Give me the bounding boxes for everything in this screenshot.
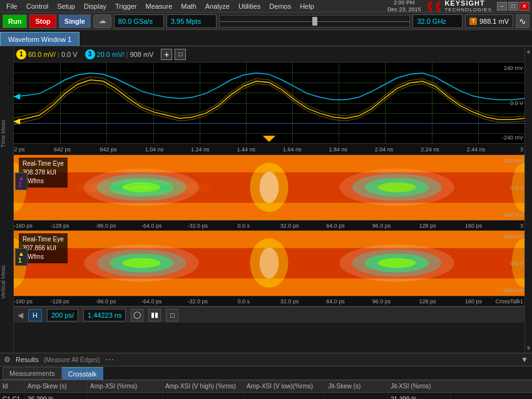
- voltage-display[interactable]: T 988.1 mV: [465, 14, 513, 28]
- settings-icon[interactable]: ⚙: [4, 355, 11, 364]
- eye2-t-5: 0.0 s: [237, 298, 250, 305]
- eye1-v-top: 240 mV: [492, 158, 523, 164]
- bottom-toolbar: ◀ H 200 ps/ 1.44223 ns ◯ ▮▮ □: [14, 306, 524, 323]
- results-bar: ⚙ Results (Measure All Edges) ⋯ ▼: [0, 353, 532, 366]
- measurements-section: Measurements Crosstalk Id Amp-Skew (s) A…: [0, 366, 532, 399]
- scroll-down-arrow[interactable]: ▼: [524, 343, 532, 353]
- cloud-button[interactable]: ☁: [93, 14, 111, 28]
- tab-crosstalk[interactable]: Crosstalk: [62, 367, 103, 380]
- cell-jit-xsi-0: 21.399 %: [388, 393, 451, 399]
- eye1-t-3: -64.0 ps: [141, 223, 162, 229]
- minimize-button[interactable]: −: [497, 2, 507, 11]
- ch1-badge: 1 60.0 mV/ | 0.0 V: [16, 49, 78, 59]
- time-label-5: 1.44 ns: [237, 146, 256, 153]
- time-label-6: 1.64 ns: [283, 146, 302, 153]
- menu-trigger[interactable]: Trigger: [111, 2, 140, 11]
- eye2-title: Real-Time Eye: [23, 235, 64, 244]
- eye2-kui: 307.866 kUI: [23, 244, 64, 253]
- ch1-offset[interactable]: 0.0 V: [61, 51, 78, 58]
- bandwidth-display[interactable]: 32.0 GHz: [412, 14, 463, 28]
- sample-rate-display[interactable]: 80.0 GSa/s: [114, 14, 164, 28]
- menu-setup[interactable]: Setup: [53, 2, 79, 11]
- svg-point-34: [260, 248, 279, 279]
- cell-amp-xsi-rms-0: [88, 393, 163, 399]
- eye1-t-8: 96.0 ps: [372, 223, 391, 229]
- ch3-offset[interactable]: 908 mV: [130, 51, 153, 58]
- eye2-t-9: 128 ps: [419, 298, 436, 305]
- time-label-3: 1.04 ns: [145, 146, 164, 153]
- display-area: 1 60.0 mV/ | 0.0 V 3 20.0 mV/ | 908 mV +…: [14, 46, 524, 353]
- bt-copy-icon[interactable]: □: [166, 309, 178, 321]
- menu-measure[interactable]: Measure: [141, 2, 176, 11]
- cell-id-0: C1 C1: [0, 393, 25, 399]
- scroll-up-arrow[interactable]: ▲: [524, 46, 532, 56]
- scope-icon-button[interactable]: ∿: [516, 14, 529, 28]
- eye2-t-8: 96.0 ps: [372, 298, 391, 305]
- close-button[interactable]: ✕: [519, 2, 529, 11]
- eye1-t-1: -128 ps: [50, 223, 69, 229]
- bt-timebase[interactable]: 200 ps/: [47, 309, 78, 321]
- eye1-channel-badge: ▲3: [15, 173, 28, 190]
- bt-time-value[interactable]: 1.44223 ns: [83, 309, 126, 321]
- col-header-amp-xsi-rms: Amp-XSI (%rms): [88, 380, 163, 392]
- time-label-num: 3: [520, 146, 523, 153]
- record-length-display[interactable]: 3.95 Mpts: [166, 14, 217, 28]
- menu-help[interactable]: Help: [296, 2, 318, 11]
- datetime: 2:00 PM Dec 23, 2015: [387, 0, 421, 13]
- dots-button[interactable]: ⋯: [105, 355, 114, 365]
- maximize-button[interactable]: □: [508, 2, 518, 11]
- menu-demos[interactable]: Demos: [265, 2, 295, 11]
- time-axis: 442 ps 642 ps 842 ps 1.04 ns 1.24 ns 1.4…: [14, 144, 524, 155]
- ch3-scale[interactable]: 20.0 mV/: [97, 51, 125, 58]
- svg-rect-20: [14, 155, 524, 220]
- menu-file[interactable]: File: [3, 2, 21, 11]
- cell-amp-xsi-vh-0: [163, 393, 244, 399]
- menu-items: File Control Setup Display Trigger Measu…: [3, 2, 318, 11]
- eye2-wfms: 1 Wfms: [23, 253, 64, 261]
- time-label-7: 1.84 ns: [329, 146, 347, 153]
- menu-control[interactable]: Control: [23, 2, 52, 11]
- svg-marker-3: [14, 94, 20, 100]
- single-button[interactable]: Single: [59, 14, 91, 28]
- keysight-logo: ❰❰ KEYSIGHT TECHNOLOGIES: [426, 0, 492, 13]
- bt-left-arrow[interactable]: ◀: [18, 311, 23, 320]
- menu-analyze[interactable]: Analyze: [202, 2, 233, 11]
- results-sub-label: (Measure All Edges): [44, 356, 100, 363]
- results-scroll-right[interactable]: ▼: [521, 355, 528, 364]
- menu-display[interactable]: Display: [80, 2, 110, 11]
- eye1-t-num: 3: [520, 223, 523, 229]
- bt-circle-icon[interactable]: ◯: [131, 309, 143, 321]
- run-button[interactable]: Run: [3, 14, 27, 28]
- menu-utilities[interactable]: Utilities: [235, 2, 264, 11]
- eye1-v-mid: 0.0 V: [492, 184, 523, 191]
- tab-measurements[interactable]: Measurements: [3, 367, 62, 380]
- eye2-t-3: -64.0 ps: [141, 298, 162, 305]
- eye-diagram-1: Real-Time Eye 308.378 kUI 1 Wfms ▲3 240 …: [14, 155, 524, 221]
- brand-sub: TECHNOLOGIES: [444, 7, 492, 13]
- menu-bar: File Control Setup Display Trigger Measu…: [0, 0, 532, 13]
- copy-button[interactable]: □: [175, 49, 186, 60]
- menu-math[interactable]: Math: [177, 2, 200, 11]
- eye2-t-2: -96.0 ps: [96, 298, 116, 305]
- stop-button[interactable]: Stop: [29, 14, 56, 28]
- ch1-scale[interactable]: 60.0 mV/: [28, 51, 56, 58]
- time-slider[interactable]: [219, 15, 411, 28]
- eye-diagram-2: Real-Time Eye 307.866 kUI 1 Wfms ▲1 240 …: [14, 231, 524, 296]
- right-scrollbar[interactable]: ▲ ▼: [524, 46, 532, 353]
- eye2-v-top: 240 mV: [492, 233, 523, 240]
- eye2-t-6: 32.0 ps: [280, 298, 299, 305]
- bt-pause-icon[interactable]: ▮▮: [148, 309, 161, 321]
- bt-mode[interactable]: H: [28, 309, 42, 321]
- ch3-number[interactable]: 3: [85, 49, 95, 59]
- add-math-button[interactable]: +: [161, 49, 172, 60]
- col-header-jit-xsi: Jit-XSI (%rms): [388, 380, 451, 392]
- ch1-number[interactable]: 1: [16, 49, 26, 59]
- eye1-svg: [14, 155, 524, 220]
- table-header-row: Id Amp-Skew (s) Amp-XSI (%rms) Amp-XSI (…: [0, 380, 532, 393]
- voltage-value: 988.1 mV: [479, 18, 509, 25]
- svg-point-28: [122, 258, 160, 268]
- waveform-window-tab[interactable]: Waveform Window 1: [0, 32, 79, 46]
- col-header-jit-skew: Jit-Skew (s): [325, 380, 388, 392]
- window-controls: − □ ✕: [497, 2, 529, 11]
- trigger-badge: T: [469, 18, 477, 25]
